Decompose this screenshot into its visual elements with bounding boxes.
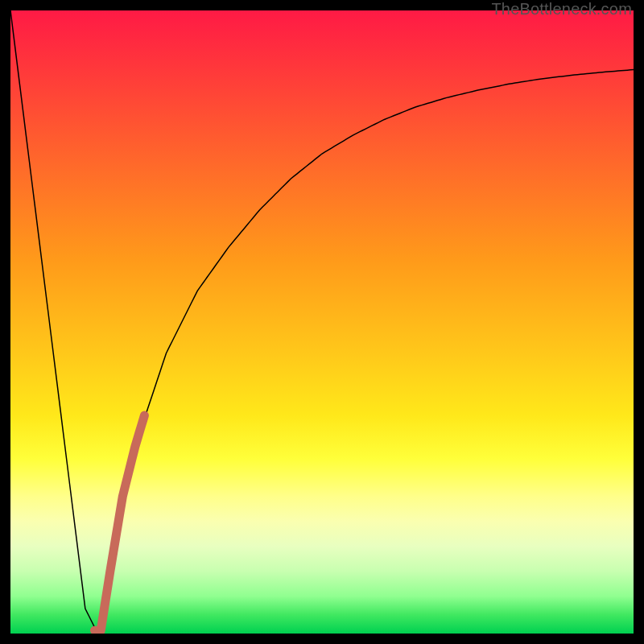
watermark-text: TheBottleneck.com [491, 0, 632, 19]
plot-background-gradient [10, 10, 634, 634]
chart-frame [10, 10, 634, 634]
